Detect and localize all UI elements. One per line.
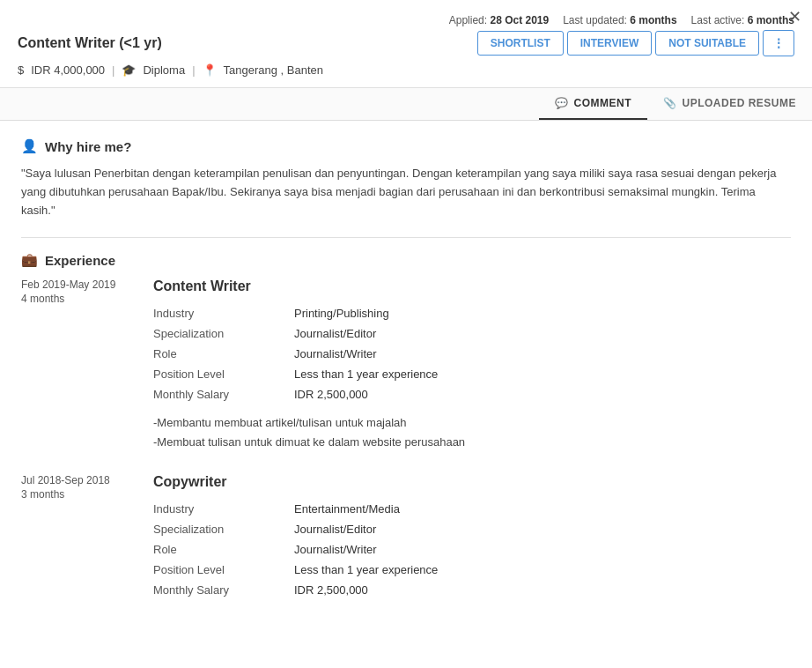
section-divider bbox=[21, 237, 791, 238]
education-icon: 🎓 bbox=[122, 63, 136, 77]
last-active-info: Last active: 6 months bbox=[691, 14, 794, 26]
candidate-title: Content Writer (<1 yr) bbox=[18, 35, 162, 51]
experience-item-2: Jul 2018-Sep 2018 3 months Copywriter In… bbox=[21, 474, 791, 609]
header-meta: Applied: 28 Oct 2019 Last updated: 6 mon… bbox=[18, 14, 794, 26]
field-label-role-1: Role bbox=[153, 347, 294, 360]
why-hire-text: "Saya lulusan Penerbitan dengan keteramp… bbox=[21, 165, 791, 219]
field-label-level-1: Position Level bbox=[153, 367, 294, 381]
shortlist-button[interactable]: SHORTLIST bbox=[477, 31, 564, 56]
resume-tab-label: UPLOADED RESUME bbox=[682, 97, 796, 109]
more-button[interactable]: ⋮ bbox=[763, 30, 794, 56]
comment-tab-label: COMMENT bbox=[573, 97, 631, 109]
exp-fields-2: Industry Entertainment/Media Specializat… bbox=[153, 502, 791, 597]
field-label-industry-1: Industry bbox=[153, 307, 294, 320]
field-value-salary-2: IDR 2,500,000 bbox=[294, 583, 791, 597]
field-value-industry-1: Printing/Publishing bbox=[294, 307, 791, 320]
why-hire-section: 👤 Why hire me? "Saya lulusan Penerbitan … bbox=[21, 138, 791, 219]
field-value-industry-2: Entertainment/Media bbox=[294, 502, 791, 516]
exp-duration-2: 3 months bbox=[21, 488, 136, 501]
briefcase-icon: 💼 bbox=[21, 252, 38, 268]
action-buttons: SHORTLIST INTERVIEW NOT SUITABLE ⋮ bbox=[477, 30, 794, 56]
candidate-meta: $ IDR 4,000,000 | 🎓 Diploma | 📍 Tangeran… bbox=[18, 63, 794, 77]
field-label-spec-1: Specialization bbox=[153, 327, 294, 340]
exp-date-col-2: Jul 2018-Sep 2018 3 months bbox=[21, 474, 136, 609]
close-button[interactable]: ✕ bbox=[788, 9, 801, 25]
field-value-level-2: Less than 1 year experience bbox=[294, 563, 791, 576]
field-value-level-1: Less than 1 year experience bbox=[294, 367, 791, 381]
candidate-modal: ✕ Applied: 28 Oct 2019 Last updated: 6 m… bbox=[0, 0, 812, 668]
exp-title-2: Copywriter bbox=[153, 474, 791, 490]
experience-section: 💼 Experience Feb 2019-May 2019 4 months … bbox=[21, 252, 791, 608]
main-content: 👤 Why hire me? "Saya lulusan Penerbitan … bbox=[0, 121, 812, 648]
header-middle: Content Writer (<1 yr) SHORTLIST INTERVI… bbox=[18, 30, 794, 56]
experience-heading: 💼 Experience bbox=[21, 252, 791, 268]
tab-uploaded-resume[interactable]: 📎 UPLOADED RESUME bbox=[647, 88, 812, 120]
interview-button[interactable]: INTERVIEW bbox=[567, 31, 652, 56]
resume-tab-icon: 📎 bbox=[663, 97, 677, 109]
exp-date-range-2: Jul 2018-Sep 2018 bbox=[21, 474, 136, 486]
field-label-salary-1: Monthly Salary bbox=[153, 388, 294, 401]
field-label-industry-2: Industry bbox=[153, 502, 294, 516]
field-label-spec-2: Specialization bbox=[153, 523, 294, 536]
field-label-salary-2: Monthly Salary bbox=[153, 583, 294, 597]
exp-date-col-1: Feb 2019-May 2019 4 months bbox=[21, 278, 136, 452]
field-value-salary-1: IDR 2,500,000 bbox=[294, 388, 791, 401]
field-label-role-2: Role bbox=[153, 543, 294, 556]
tab-bar: 💬 COMMENT 📎 UPLOADED RESUME bbox=[0, 88, 812, 121]
exp-title-1: Content Writer bbox=[153, 278, 791, 294]
exp-detail-col-1: Content Writer Industry Printing/Publish… bbox=[153, 278, 791, 452]
tab-comment[interactable]: 💬 COMMENT bbox=[539, 88, 647, 120]
exp-duration-1: 4 months bbox=[21, 293, 136, 305]
applied-info: Applied: 28 Oct 2019 bbox=[449, 14, 549, 26]
field-value-spec-2: Journalist/Editor bbox=[294, 523, 791, 536]
comment-tab-icon: 💬 bbox=[555, 97, 569, 109]
why-hire-title: Why hire me? bbox=[45, 139, 131, 154]
field-label-level-2: Position Level bbox=[153, 563, 294, 576]
candidate-location: Tangerang , Banten bbox=[224, 63, 323, 77]
exp-bullet-1-1: -Membuat tulisan untuk dimuat ke dalam w… bbox=[153, 433, 791, 452]
candidate-education: Diploma bbox=[143, 63, 185, 77]
field-value-role-1: Journalist/Writer bbox=[294, 347, 791, 360]
experience-title: Experience bbox=[45, 253, 115, 268]
exp-detail-col-2: Copywriter Industry Entertainment/Media … bbox=[153, 474, 791, 609]
exp-bullet-1-0: -Membantu membuat artikel/tulisan untuk … bbox=[153, 413, 791, 433]
field-value-spec-1: Journalist/Editor bbox=[294, 327, 791, 340]
exp-date-range-1: Feb 2019-May 2019 bbox=[21, 278, 136, 291]
candidate-salary: IDR 4,000,000 bbox=[31, 63, 105, 77]
location-icon: 📍 bbox=[203, 63, 217, 77]
why-hire-heading: 👤 Why hire me? bbox=[21, 138, 791, 154]
not-suitable-button[interactable]: NOT SUITABLE bbox=[655, 31, 759, 56]
person-icon: 👤 bbox=[21, 138, 38, 154]
header-section: Applied: 28 Oct 2019 Last updated: 6 mon… bbox=[0, 0, 812, 88]
exp-fields-1: Industry Printing/Publishing Specializat… bbox=[153, 307, 791, 401]
exp-bullets-1: -Membantu membuat artikel/tulisan untuk … bbox=[153, 413, 791, 452]
field-value-role-2: Journalist/Writer bbox=[294, 543, 791, 556]
experience-item-1: Feb 2019-May 2019 4 months Content Write… bbox=[21, 278, 791, 452]
salary-icon: $ bbox=[18, 63, 24, 77]
last-updated-info: Last updated: 6 months bbox=[563, 14, 676, 26]
